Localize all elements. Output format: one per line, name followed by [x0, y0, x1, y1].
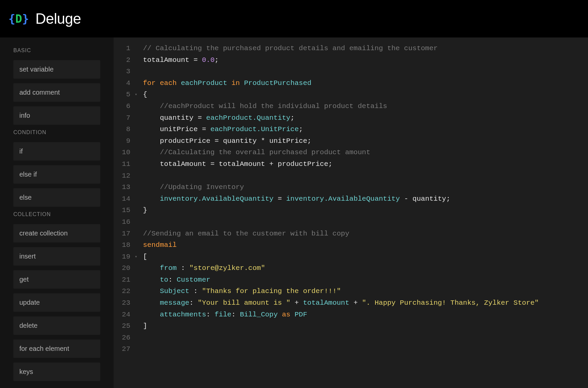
code-token: Customer	[177, 276, 210, 284]
code-line[interactable]: //Updating Inventory	[143, 182, 588, 193]
code-token: }	[143, 206, 147, 214]
code-token: ;	[299, 125, 303, 133]
code-token: as	[282, 311, 290, 318]
code-token: :	[232, 311, 236, 318]
code-line[interactable]: from : "store@zylker.com"	[143, 263, 588, 274]
code-token: eachProduct.UnitPrice	[210, 125, 299, 133]
code-token: [	[143, 253, 147, 261]
code-line[interactable]: for each eachProduct in ProductPurchased	[143, 78, 588, 89]
code-token: =	[278, 195, 282, 203]
code-line[interactable]: [	[143, 251, 588, 263]
sidebar-item[interactable]: info	[13, 106, 100, 125]
fold-marker[interactable]: ▾	[133, 89, 139, 101]
fold-marker	[133, 239, 139, 251]
line-number: 23	[114, 297, 130, 309]
sidebar-section-label: BASIC	[13, 47, 100, 54]
line-number: 26	[114, 332, 130, 344]
sidebar-item[interactable]: else	[13, 188, 100, 207]
code-line[interactable]: }	[143, 205, 588, 216]
code-line[interactable]: //Calculating the overall purchased prod…	[143, 147, 588, 159]
sidebar-item[interactable]: add comment	[13, 83, 100, 102]
code-line[interactable]: //eachProduct will hold the individual p…	[143, 101, 588, 112]
code-line[interactable]: totalAmount = 0.0;	[143, 55, 588, 66]
code-token	[274, 195, 278, 203]
code-token	[278, 311, 282, 318]
code-token: each	[160, 79, 176, 87]
code-line[interactable]: // Calculating the purchased product det…	[143, 43, 588, 55]
sidebar-item[interactable]: else if	[13, 165, 100, 184]
code-line[interactable]: ]	[143, 320, 588, 332]
code-line[interactable]: quantity = eachProduct.Quantity;	[143, 112, 588, 124]
code-token: attachments	[160, 311, 206, 318]
code-token: "Thanks for placing the order!!!"	[202, 287, 341, 295]
sidebar-item[interactable]: if	[13, 142, 100, 161]
code-area[interactable]: // Calculating the purchased product det…	[139, 43, 588, 388]
fold-marker[interactable]: ▾	[133, 251, 139, 263]
code-line[interactable]	[143, 170, 588, 182]
code-line[interactable]: productPrice = quantity * unitPrice;	[143, 135, 588, 147]
code-token: totalAmount	[214, 160, 269, 168]
line-number: 15	[114, 205, 130, 216]
code-line[interactable]	[143, 344, 588, 355]
fold-marker	[133, 216, 139, 228]
code-line[interactable]: //Sending an email to the customer with …	[143, 228, 588, 240]
line-number: 13	[114, 182, 130, 193]
code-token	[177, 79, 181, 87]
code-token: inventory.AvailableQuantity	[160, 195, 273, 203]
line-number: 7	[114, 112, 130, 124]
code-token: Bill_Copy	[240, 311, 278, 318]
sidebar-item[interactable]: for each element	[13, 340, 100, 358]
code-line[interactable]	[143, 332, 588, 344]
code-line[interactable]: inventory.AvailableQuantity = inventory.…	[143, 193, 588, 205]
code-token: //Updating Inventory	[160, 183, 244, 191]
fold-marker	[133, 205, 139, 216]
sidebar-section-label: CONDITION	[13, 129, 100, 135]
code-editor[interactable]: 1234567891011121314151617181920212223242…	[114, 37, 588, 388]
code-token	[198, 287, 202, 295]
code-token	[210, 311, 215, 318]
line-number: 14	[114, 193, 130, 205]
fold-marker	[133, 228, 139, 240]
sidebar-item[interactable]: set variable	[13, 60, 100, 79]
code-token	[282, 195, 286, 203]
code-token	[206, 125, 210, 133]
code-line[interactable]: attachments: file: Bill_Copy as PDF	[143, 309, 588, 321]
code-token: =	[202, 125, 206, 133]
code-token	[240, 79, 244, 87]
sidebar-item[interactable]: keys	[13, 363, 100, 381]
code-line[interactable]: Subject : "Thanks for placing the order!…	[143, 286, 588, 297]
code-token: unitPrice	[143, 125, 202, 133]
sidebar-item[interactable]: delete	[13, 316, 100, 335]
fold-marker	[133, 135, 139, 147]
sidebar-item[interactable]: update	[13, 293, 100, 312]
line-number: 18	[114, 239, 130, 251]
code-line[interactable]	[143, 66, 588, 78]
fold-marker	[133, 55, 139, 66]
code-token: "Your bill amount is "	[198, 299, 290, 307]
code-line[interactable]: {	[143, 89, 588, 101]
code-line[interactable]: message: "Your bill amount is " + totalA…	[143, 297, 588, 309]
code-line[interactable]: unitPrice = eachProduct.UnitPrice;	[143, 124, 588, 135]
sidebar: BASICset variableadd commentinfoCONDITIO…	[0, 37, 114, 388]
sidebar-item[interactable]: get	[13, 270, 100, 289]
app-header: {D} Deluge	[0, 0, 588, 37]
line-number: 17	[114, 228, 130, 240]
fold-marker	[133, 112, 139, 124]
code-token	[143, 149, 160, 156]
line-number: 10	[114, 147, 130, 159]
fold-gutter: ▾▾	[133, 43, 139, 388]
code-token: {	[143, 91, 147, 98]
code-line[interactable]: sendmail	[143, 239, 588, 251]
code-line[interactable]	[143, 216, 588, 228]
code-token: :	[206, 311, 210, 318]
code-line[interactable]: to: Customer	[143, 274, 588, 286]
line-number: 11	[114, 159, 130, 170]
line-number: 22	[114, 286, 130, 297]
sidebar-item[interactable]: insert	[13, 247, 100, 266]
line-number: 2	[114, 55, 130, 66]
code-line[interactable]: totalAmount = totalAmount + productPrice…	[143, 159, 588, 170]
code-token: eachProduct	[181, 79, 227, 87]
sidebar-item[interactable]: create collection	[13, 224, 100, 242]
code-token	[236, 311, 240, 318]
fold-marker	[133, 78, 139, 89]
